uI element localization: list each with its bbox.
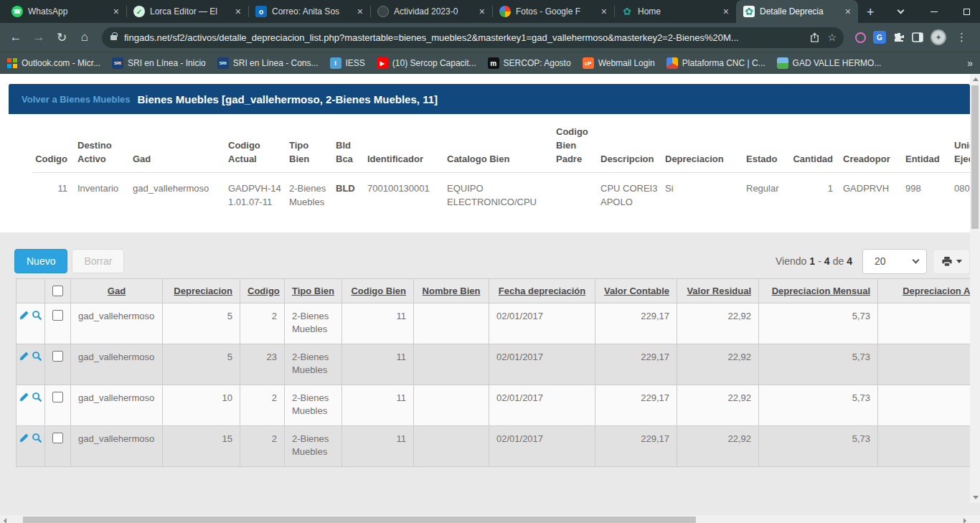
- sort-link-nombre-bien[interactable]: Nombre Bien: [423, 286, 481, 296]
- sort-link-tipo-bien[interactable]: Tipo Bien: [292, 286, 334, 296]
- profile-avatar[interactable]: ✦: [930, 29, 946, 45]
- select-all-checkbox[interactable]: [52, 286, 63, 296]
- vertical-scrollbar[interactable]: [970, 74, 980, 503]
- table-row: gad_vallehermoso522-Bienes Muebles1102/0…: [17, 303, 971, 344]
- row-checkbox[interactable]: [52, 433, 63, 443]
- page-header-bar: Volver a Bienes Muebles Bienes Muebles […: [9, 84, 970, 114]
- detail-cell: 02/01/2017: [489, 303, 595, 344]
- bookmark-star-icon[interactable]: ☆: [827, 32, 837, 43]
- edit-pencil-icon[interactable]: [19, 351, 29, 362]
- bookmark-iess[interactable]: IIESS: [330, 57, 365, 69]
- browser-menu-icon[interactable]: ⋮: [953, 31, 970, 44]
- view-magnifier-icon[interactable]: [32, 351, 42, 362]
- back-to-bienes-muebles-link[interactable]: Volver a Bienes Muebles: [22, 94, 131, 105]
- tab-close-icon[interactable]: ×: [478, 6, 486, 17]
- bookmark-webmail-login[interactable]: cPWebmail Login: [583, 57, 655, 69]
- master-cell: [556, 172, 600, 214]
- bookmark-outlook-com-micr[interactable]: Outlook.com - Micr...: [7, 58, 100, 68]
- print-button[interactable]: [933, 249, 970, 274]
- bookmark-sercop-agosto[interactable]: mSERCOP: Agosto: [488, 57, 571, 69]
- tab-close-icon[interactable]: ×: [356, 6, 364, 17]
- edit-pencil-icon[interactable]: [19, 310, 29, 321]
- view-magnifier-icon[interactable]: [32, 310, 42, 321]
- browser-tab-home[interactable]: ✿Home×: [614, 0, 736, 23]
- bookmark-sri-en-l-nea-inicio[interactable]: SRISRI en Línea - Inicio: [112, 57, 206, 69]
- sort-link-depreciacion[interactable]: Depreciacion: [174, 286, 232, 296]
- browser-tab-actividad-2023-0[interactable]: Actividad 2023-0×: [370, 0, 492, 23]
- detail-cell: 22,92: [677, 303, 759, 344]
- cnc-bookmark-icon: [666, 57, 678, 69]
- tab-search-icon[interactable]: [885, 0, 918, 23]
- bookmark-10-sercop-capacit[interactable]: ▶(10) Sercop Capacit...: [377, 57, 476, 69]
- master-col-header: Codigo Bien Padre: [556, 118, 600, 172]
- tab-close-icon[interactable]: ×: [844, 6, 852, 17]
- extensions-puzzle-icon[interactable]: [893, 32, 905, 43]
- new-tab-button[interactable]: +: [858, 5, 885, 23]
- row-checkbox[interactable]: [52, 392, 63, 402]
- scroll-up-arrow[interactable]: [973, 77, 979, 81]
- edit-pencil-icon[interactable]: [19, 433, 29, 443]
- scroll-right-arrow[interactable]: [963, 518, 966, 523]
- home-button[interactable]: ⌂: [75, 27, 95, 47]
- bookmark-label: IESS: [346, 58, 365, 68]
- reload-button[interactable]: ↻: [52, 27, 72, 47]
- detail-cell: 5,73: [759, 303, 878, 344]
- detail-cell: 22,92: [677, 344, 759, 385]
- pink-extension-icon[interactable]: [855, 32, 866, 43]
- sort-link-depreciacion-acumulada[interactable]: Depreciacion Acumulada: [903, 286, 970, 296]
- forward-button[interactable]: →: [29, 27, 49, 47]
- scroll-down-arrow[interactable]: [973, 496, 979, 499]
- bookmark-plataforma-cnc-c[interactable]: Plataforma CNC | C...: [666, 57, 765, 69]
- horizontal-scroll-thumb[interactable]: [23, 517, 696, 523]
- back-button[interactable]: ←: [6, 27, 26, 47]
- detail-cell: gad_vallehermoso: [71, 303, 163, 344]
- bookmark-sri-en-l-nea-cons[interactable]: SRISRI en Línea - Cons...: [217, 57, 319, 69]
- bookmark-gad-valle-hermo[interactable]: GAD VALLE HERMO...: [777, 57, 882, 69]
- browser-tab-lorca-editor-el[interactable]: ✓Lorca Editor — El×: [126, 0, 248, 23]
- row-checkbox[interactable]: [52, 310, 63, 321]
- detail-cell: 11: [342, 425, 414, 466]
- nuevo-button[interactable]: Nuevo: [14, 249, 67, 273]
- tab-close-icon[interactable]: ×: [722, 6, 730, 17]
- borrar-button[interactable]: Borrar: [72, 249, 124, 273]
- vertical-scroll-thumb[interactable]: [971, 85, 979, 229]
- tab-close-icon[interactable]: ×: [112, 6, 121, 17]
- bookmarks-overflow-icon[interactable]: »: [967, 57, 973, 69]
- edit-pencil-icon[interactable]: [19, 392, 29, 402]
- side-panel-icon[interactable]: [912, 32, 923, 42]
- restore-button[interactable]: [951, 0, 980, 23]
- detail-cell: 2: [240, 425, 285, 466]
- translate-extension-icon[interactable]: G: [873, 31, 886, 44]
- page-size-select[interactable]: 20: [862, 249, 927, 274]
- master-cell: 080: [954, 172, 970, 214]
- scroll-left-arrow[interactable]: [4, 518, 6, 523]
- sort-link-fecha-depreciaci-n[interactable]: Fecha depreciación: [499, 286, 585, 296]
- sort-link-valor-residual[interactable]: Valor Residual: [687, 286, 751, 296]
- horizontal-scrollbar[interactable]: [0, 515, 980, 523]
- browser-tab-detalle-deprecia[interactable]: ✿Detalle Deprecia×: [736, 0, 858, 23]
- tab-close-icon[interactable]: ×: [234, 6, 242, 17]
- detail-cell: 02/01/2017: [489, 385, 595, 425]
- sort-link-codigo[interactable]: Codigo: [248, 286, 280, 296]
- row-checkbox[interactable]: [52, 351, 63, 362]
- browser-tab-fotos-google-f[interactable]: Fotos - Google F×: [492, 0, 614, 23]
- browser-tab-whatsapp[interactable]: ☎WhatsApp×: [4, 0, 126, 23]
- detail-cell: 5,73: [759, 344, 878, 385]
- view-magnifier-icon[interactable]: [32, 433, 42, 443]
- sort-link-codigo-bien[interactable]: Codigo Bien: [351, 286, 406, 296]
- tab-close-icon[interactable]: ×: [600, 6, 608, 17]
- tab-label: WhatsApp: [28, 6, 107, 17]
- sort-link-depreciacion-mensual[interactable]: Depreciacion Mensual: [772, 286, 870, 296]
- detail-cell: 5: [163, 303, 240, 344]
- sort-link-gad[interactable]: Gad: [108, 286, 126, 296]
- master-col-header: Codigo: [32, 118, 77, 172]
- photos-favicon-icon: [499, 6, 511, 17]
- row-actions: [17, 344, 45, 385]
- viewing-status: Viendo 1 - 4 de 4: [776, 255, 852, 267]
- view-magnifier-icon[interactable]: [32, 392, 42, 402]
- sort-link-valor-contable[interactable]: Valor Contable: [604, 286, 669, 296]
- share-icon[interactable]: [809, 32, 820, 43]
- browser-tab-correo-anita-sos[interactable]: oCorreo: Anita Sos×: [248, 0, 370, 23]
- address-bar[interactable]: fingads.net/sf2/activos/detalle_deprecia…: [102, 27, 844, 48]
- minimize-button[interactable]: [918, 0, 951, 23]
